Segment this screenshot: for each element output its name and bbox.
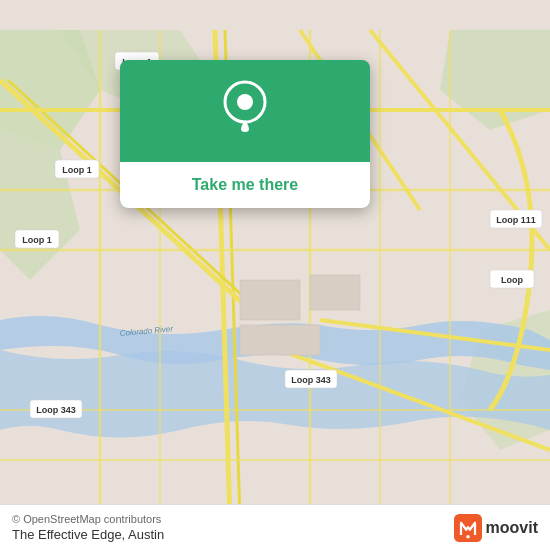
copyright-text: © OpenStreetMap contributors (12, 513, 164, 525)
svg-text:Loop 343: Loop 343 (291, 375, 331, 385)
svg-text:Loop 1: Loop 1 (62, 165, 92, 175)
moovit-icon (454, 514, 482, 542)
svg-text:Loop 1: Loop 1 (22, 235, 52, 245)
pin-icon (217, 80, 273, 136)
svg-rect-40 (310, 275, 360, 310)
location-name: The Effective Edge, Austin (12, 527, 164, 542)
svg-text:Loop 111: Loop 111 (496, 215, 536, 225)
location-card: Take me there (120, 60, 370, 208)
bottom-info: © OpenStreetMap contributors The Effecti… (12, 513, 164, 542)
map-container: Loop 1 Loop 1 Loop 1 Loop 111 Loop Loop … (0, 0, 550, 550)
svg-text:Loop: Loop (501, 275, 523, 285)
svg-rect-41 (240, 325, 320, 355)
take-me-there-button[interactable]: Take me there (120, 162, 370, 208)
svg-text:Loop 343: Loop 343 (36, 405, 76, 415)
bottom-bar: © OpenStreetMap contributors The Effecti… (0, 504, 550, 550)
svg-point-43 (237, 94, 253, 110)
moovit-logo: moovit (454, 514, 538, 542)
moovit-text: moovit (486, 519, 538, 537)
svg-rect-39 (240, 280, 300, 320)
svg-point-45 (466, 535, 470, 539)
